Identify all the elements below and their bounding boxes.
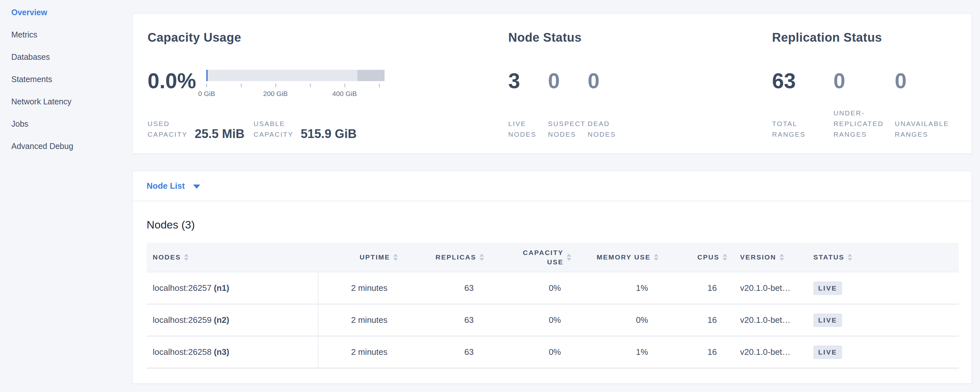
sidebar-item-network-latency[interactable]: Network Latency <box>0 91 132 113</box>
capacity-use-cell: 0% <box>488 336 576 368</box>
suspect-nodes-stat: 0 SUSPECT NODES <box>548 69 588 140</box>
memory-use-cell: 1% <box>576 336 663 368</box>
sort-icon <box>393 254 398 261</box>
capacity-usage-title: Capacity Usage <box>148 28 508 47</box>
sort-icon <box>723 254 727 261</box>
nodes-heading: Nodes (3) <box>146 217 958 232</box>
uptime-cell: 2 minutes <box>318 304 402 336</box>
axis-tick-label: 0 GiB <box>198 90 215 97</box>
uptime-cell: 2 minutes <box>318 272 402 304</box>
total-ranges-label: TOTAL RANGES <box>772 118 825 140</box>
view-selector-row: Node List <box>133 171 972 201</box>
dead-nodes-label: DEAD NODES <box>588 118 623 140</box>
used-capacity-label: USED CAPACITY <box>148 118 189 140</box>
sidebar-item-jobs[interactable]: Jobs <box>0 113 132 135</box>
table-row: localhost:26259(n2) 2 minutes 63 0% 0% 1… <box>146 304 959 336</box>
capacity-usage-section: Capacity Usage 0.0% <box>148 14 508 153</box>
version-cell: v20.1.0-bet… <box>732 304 801 336</box>
capacity-used-percent: 0.0% <box>148 69 206 108</box>
capacity-gauge-used-segment <box>206 70 208 81</box>
node-list-dropdown[interactable]: Node List <box>146 181 200 191</box>
capacity-use-cell: 0% <box>488 304 576 336</box>
status-badge: LIVE <box>813 314 842 327</box>
sort-icon <box>780 254 784 261</box>
node-status-section: Node Status 3 LIVE NODES 0 SUSPECT NODES… <box>508 14 772 153</box>
column-header-nodes[interactable]: NODES <box>146 243 318 272</box>
live-nodes-value: 3 <box>508 69 548 92</box>
sort-icon <box>567 254 571 261</box>
replicas-cell: 63 <box>402 336 488 368</box>
usable-capacity-label: USABLE CAPACITY <box>253 118 296 140</box>
cpus-cell: 16 <box>663 304 732 336</box>
capacity-gauge-track <box>206 70 385 81</box>
version-cell: v20.1.0-bet… <box>732 272 801 304</box>
main-content: Capacity Usage 0.0% <box>132 0 980 384</box>
nodes-table: NODES UPTIME REPLICAS CAPACITY USE MEMOR <box>146 243 959 368</box>
node-address-link[interactable]: localhost:26257(n1) <box>153 283 229 293</box>
cpus-cell: 16 <box>663 336 732 368</box>
column-header-replicas[interactable]: REPLICAS <box>402 243 488 272</box>
capacity-gauge-reserved-segment <box>358 70 385 81</box>
sort-icon <box>479 254 484 261</box>
sort-icon <box>184 254 189 261</box>
cluster-summary-card: Capacity Usage 0.0% <box>132 14 972 154</box>
used-capacity-value: 25.5 MiB <box>195 127 245 140</box>
node-status-title: Node Status <box>508 28 772 47</box>
node-id: (n1) <box>214 283 229 293</box>
axis-tick <box>275 84 276 87</box>
node-list-dropdown-label: Node List <box>146 181 185 191</box>
dead-nodes-stat: 0 DEAD NODES <box>588 69 627 140</box>
node-address-link[interactable]: localhost:26258(n3) <box>153 347 229 357</box>
live-nodes-stat: 3 LIVE NODES <box>508 69 548 140</box>
nodes-table-area: Nodes (3) NODES UPTIME RE <box>133 217 972 368</box>
sidebar-item-statements[interactable]: Statements <box>0 68 132 91</box>
version-cell: v20.1.0-bet… <box>732 336 801 368</box>
live-nodes-label: LIVE NODES <box>508 118 544 140</box>
column-header-cpus[interactable]: CPUS <box>663 243 732 272</box>
under-replicated-ranges-label: UNDER-REPLICATED RANGES <box>834 108 887 140</box>
sort-icon <box>654 254 659 261</box>
replicas-cell: 63 <box>402 272 488 304</box>
under-replicated-ranges-value: 0 <box>834 69 895 92</box>
table-header-row: NODES UPTIME REPLICAS CAPACITY USE MEMOR <box>146 243 959 272</box>
axis-tick-label: 400 GiB <box>332 90 357 97</box>
memory-use-cell: 1% <box>576 272 663 304</box>
memory-use-cell: 0% <box>576 304 663 336</box>
caret-down-icon <box>193 185 200 189</box>
uptime-cell: 2 minutes <box>318 336 402 368</box>
replication-status-title: Replication Status <box>772 28 957 47</box>
sidebar-item-metrics[interactable]: Metrics <box>0 24 132 46</box>
column-header-memory-use[interactable]: MEMORY USE <box>576 243 663 272</box>
column-header-capacity-use[interactable]: CAPACITY USE <box>488 243 576 272</box>
status-badge: LIVE <box>813 282 842 295</box>
replicas-cell: 63 <box>402 304 488 336</box>
under-replicated-ranges-stat: 0 UNDER-REPLICATED RANGES <box>834 69 895 140</box>
sidebar-item-advanced-debug[interactable]: Advanced Debug <box>0 135 132 158</box>
usable-capacity-value: 515.9 GiB <box>301 127 356 140</box>
suspect-nodes-value: 0 <box>548 69 588 92</box>
sort-icon <box>848 254 852 261</box>
node-list-card: Node List Nodes (3) NODES UPTIME <box>132 171 972 384</box>
unavailable-ranges-label: UNAVAILABLE RANGES <box>895 118 948 140</box>
sidebar-item-databases[interactable]: Databases <box>0 46 132 68</box>
column-header-version[interactable]: VERSION <box>732 243 801 272</box>
capacity-gauge-chart: 0 GiB 200 GiB 400 GiB <box>206 70 385 108</box>
unavailable-ranges-stat: 0 UNAVAILABLE RANGES <box>895 69 956 140</box>
suspect-nodes-label: SUSPECT NODES <box>548 118 584 140</box>
column-header-uptime[interactable]: UPTIME <box>318 243 402 272</box>
total-ranges-stat: 63 TOTAL RANGES <box>772 69 834 140</box>
sidebar-nav: Overview Metrics Databases Statements Ne… <box>0 0 132 158</box>
unavailable-ranges-value: 0 <box>895 69 956 92</box>
dead-nodes-value: 0 <box>588 69 627 92</box>
axis-tick-label: 200 GiB <box>263 90 288 97</box>
capacity-use-cell: 0% <box>488 272 576 304</box>
column-header-status[interactable]: STATUS <box>801 243 959 272</box>
axis-tick <box>310 84 311 87</box>
axis-tick <box>241 84 242 87</box>
status-badge: LIVE <box>813 346 842 359</box>
axis-tick <box>345 84 345 87</box>
table-row: localhost:26257(n1) 2 minutes 63 0% 1% 1… <box>146 272 959 304</box>
node-id: (n3) <box>214 347 229 357</box>
sidebar-item-overview[interactable]: Overview <box>0 1 132 24</box>
node-address-link[interactable]: localhost:26259(n2) <box>153 315 229 325</box>
